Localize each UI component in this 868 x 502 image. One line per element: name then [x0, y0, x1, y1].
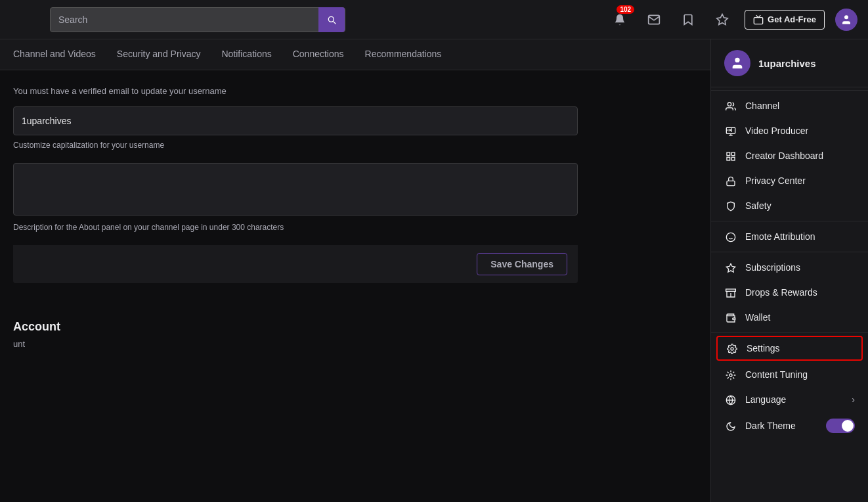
content-tuning-icon	[724, 369, 737, 380]
menu-item-dark-theme[interactable]: Dark Theme	[711, 412, 868, 440]
bell-icon	[613, 13, 626, 26]
language-arrow: ›	[852, 394, 855, 405]
user-profile-row[interactable]: 1uparchives	[711, 39, 868, 87]
settings-icon	[726, 342, 739, 354]
svg-rect-12	[727, 157, 730, 160]
video-producer-label: Video Producer	[745, 126, 855, 136]
safety-label: Safety	[745, 200, 855, 211]
bookmarks-button[interactable]	[676, 8, 700, 32]
svg-point-21	[729, 374, 732, 377]
menu-item-language[interactable]: Language ›	[711, 387, 868, 412]
svg-rect-1	[754, 17, 762, 24]
mail-icon	[647, 13, 661, 26]
user-avatar-large	[724, 50, 750, 76]
tab-notifications[interactable]: Notifications	[211, 39, 282, 70]
menu-item-subscriptions[interactable]: Subscriptions	[711, 255, 868, 280]
user-large-icon	[730, 56, 745, 70]
notifications-button[interactable]: 102	[608, 8, 632, 32]
emote-attribution-label: Emote Attribution	[745, 231, 855, 242]
privacy-center-icon	[724, 175, 737, 187]
tv-icon	[753, 14, 764, 25]
menu-item-creator-dashboard[interactable]: Creator Dashboard	[711, 143, 868, 168]
search-icon	[326, 14, 337, 25]
menu-item-wallet[interactable]: Wallet	[711, 305, 868, 330]
dark-theme-toggle[interactable]	[826, 419, 855, 433]
search-input[interactable]	[58, 14, 318, 25]
svg-rect-13	[727, 181, 735, 185]
save-changes-button[interactable]: Save Changes	[477, 253, 567, 275]
menu-divider-1	[711, 90, 868, 91]
nav-right-actions: 102 Get Ad-Free	[608, 8, 857, 32]
creator-dashboard-icon	[724, 150, 737, 162]
notification-count: 102	[617, 5, 634, 14]
menu-item-drops-rewards[interactable]: Drops & Rewards	[711, 280, 868, 305]
channel-icon	[724, 100, 737, 112]
svg-point-20	[731, 348, 733, 350]
menu-item-video-producer[interactable]: Video Producer	[711, 118, 868, 143]
tab-security-privacy[interactable]: Security and Privacy	[106, 39, 211, 70]
svg-rect-11	[731, 157, 735, 160]
toggle-knob	[842, 420, 854, 432]
dark-theme-label: Dark Theme	[745, 421, 818, 431]
svg-marker-17	[726, 263, 735, 272]
menu-item-settings[interactable]: Settings	[716, 336, 863, 361]
svg-rect-10	[731, 152, 735, 156]
menu-divider-4	[711, 332, 868, 333]
user-avatar-button[interactable]	[835, 9, 857, 31]
subscriptions-label: Subscriptions	[745, 262, 855, 273]
content-tuning-label: Content Tuning	[745, 369, 855, 380]
safety-icon	[724, 200, 737, 212]
search-bar[interactable]	[50, 7, 345, 32]
moon-icon	[724, 420, 737, 432]
messages-button[interactable]	[642, 8, 666, 32]
subscriptions-icon	[724, 262, 737, 273]
wallet-icon	[724, 311, 737, 323]
username-input[interactable]	[13, 106, 578, 135]
language-label: Language	[745, 394, 844, 405]
drops-rewards-label: Drops & Rewards	[745, 287, 855, 298]
user-icon	[840, 14, 852, 26]
menu-username: 1uparchives	[758, 58, 816, 69]
menu-item-safety[interactable]: Safety	[711, 193, 868, 218]
get-ad-free-label: Get Ad-Free	[768, 14, 816, 24]
language-icon	[724, 394, 737, 405]
menu-item-channel[interactable]: Channel	[711, 93, 868, 118]
tab-connections[interactable]: Connections	[282, 39, 355, 70]
channel-label: Channel	[745, 101, 855, 111]
svg-rect-18	[726, 289, 736, 291]
get-ad-free-button[interactable]: Get Ad-Free	[745, 10, 825, 30]
settings-label: Settings	[747, 343, 854, 354]
svg-point-14	[726, 233, 735, 241]
privacy-center-label: Privacy Center	[745, 175, 855, 186]
bookmark-icon	[682, 13, 695, 26]
save-row: Save Changes	[13, 245, 578, 283]
menu-item-content-tuning[interactable]: Content Tuning	[711, 362, 868, 387]
emote-attribution-icon	[724, 231, 737, 242]
crown-button[interactable]	[710, 8, 734, 32]
tab-recommendations[interactable]: Recommendations	[355, 39, 452, 70]
menu-item-emote-attribution[interactable]: Emote Attribution	[711, 224, 868, 249]
bio-textarea[interactable]	[13, 163, 578, 216]
wallet-label: Wallet	[745, 312, 855, 323]
menu-divider-2	[711, 221, 868, 221]
crown-icon	[716, 13, 729, 26]
top-navigation: 102 Get Ad-Free	[0, 0, 868, 39]
drops-rewards-icon	[724, 286, 737, 298]
creator-dashboard-label: Creator Dashboard	[745, 150, 855, 161]
svg-rect-9	[727, 152, 730, 156]
svg-marker-0	[717, 14, 728, 24]
video-producer-icon	[724, 125, 737, 137]
menu-divider-3	[711, 252, 868, 252]
search-button[interactable]	[318, 7, 345, 32]
user-dropdown-menu: 1uparchives Channel Video Producer	[710, 39, 868, 502]
menu-item-privacy-center[interactable]: Privacy Center	[711, 168, 868, 193]
tab-channel-videos[interactable]: Channel and Videos	[13, 39, 106, 70]
